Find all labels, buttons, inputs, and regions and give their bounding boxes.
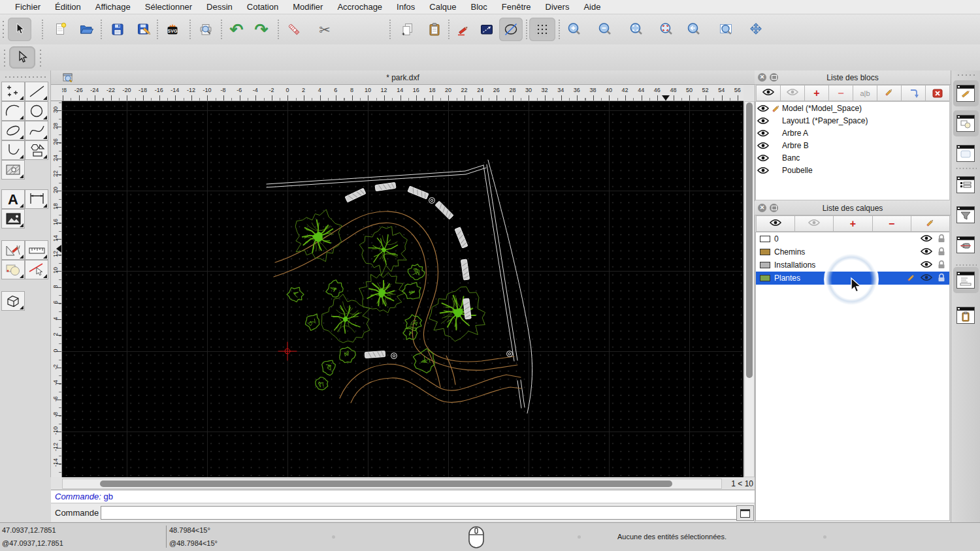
svg-export-button[interactable]: SVG	[161, 18, 184, 41]
remove-block-button[interactable]: −	[828, 85, 853, 101]
draft-mode-button[interactable]	[499, 18, 523, 41]
dock-filter-toggle[interactable]	[956, 206, 975, 223]
tool-line-button[interactable]	[25, 82, 48, 101]
dock-blocks-toggle[interactable]	[956, 85, 975, 102]
eye-icon[interactable]	[756, 104, 770, 112]
menu-bloc[interactable]: Bloc	[463, 2, 494, 12]
toolbar-drag-handle[interactable]	[39, 48, 42, 67]
layer-visibility-icon[interactable]	[921, 260, 932, 270]
layer-lock-icon[interactable]	[938, 260, 945, 271]
blocks-panel-float-button[interactable]	[770, 73, 778, 82]
tool-ellipse-button[interactable]	[1, 121, 25, 140]
document-titlebar[interactable]: * park.dxf	[51, 71, 755, 85]
layer-color-swatch[interactable]	[760, 236, 770, 242]
eye-icon[interactable]	[756, 129, 770, 137]
zoom-auto-button[interactable]	[625, 18, 648, 41]
tool-dimension-button[interactable]	[25, 189, 48, 209]
layers-show-all-button[interactable]	[756, 215, 795, 232]
eye-icon[interactable]	[756, 142, 770, 150]
menu-edition[interactable]: Édition	[48, 2, 88, 12]
layer-visibility-icon[interactable]	[921, 234, 932, 244]
blocks-hide-all-button[interactable]	[780, 85, 805, 101]
layer-visibility-icon[interactable]	[921, 247, 932, 257]
layer-row-installations[interactable]: Installations	[756, 259, 949, 272]
tool-spline-button[interactable]	[25, 121, 48, 140]
palette-drag-handle[interactable]	[4, 76, 47, 78]
dock-entity-list-toggle[interactable]	[956, 176, 975, 193]
tool-overlap-button[interactable]	[1, 260, 25, 279]
restriction-button[interactable]	[475, 18, 498, 41]
delete-button[interactable]	[282, 18, 306, 41]
menu-aide[interactable]: Aide	[576, 2, 608, 12]
tool-points-button[interactable]	[1, 82, 25, 101]
menu-cotation[interactable]: Cotation	[240, 2, 286, 12]
paste-button[interactable]	[423, 18, 446, 41]
tool-hatch-button[interactable]	[1, 160, 25, 180]
cut-button[interactable]: ✂	[313, 18, 336, 41]
edit-block-button[interactable]	[877, 85, 902, 101]
vertical-scrollbar-thumb[interactable]	[746, 102, 753, 378]
layers-panel-close-button[interactable]: ✕	[758, 204, 766, 212]
command-options-button[interactable]	[736, 505, 754, 521]
vertical-scrollbar[interactable]	[744, 101, 755, 477]
dock-drag-handle[interactable]	[956, 74, 975, 76]
eye-icon[interactable]	[756, 166, 770, 174]
tool-text-button[interactable]: A	[1, 189, 25, 209]
zoom-previous-button[interactable]	[682, 18, 706, 41]
menu-divers[interactable]: Divers	[538, 2, 577, 12]
tool-polyline-button[interactable]	[1, 140, 25, 160]
zoom-pan-button[interactable]	[744, 18, 768, 41]
menu-dessin[interactable]: Dessin	[199, 2, 240, 12]
layer-color-swatch[interactable]	[760, 275, 770, 281]
tool-circle-button[interactable]	[25, 101, 48, 121]
block-list-item[interactable]: Arbre B	[756, 139, 949, 151]
layer-lock-icon[interactable]	[938, 273, 945, 284]
zoom-in-button[interactable]	[563, 18, 586, 41]
save-as-button[interactable]	[132, 18, 155, 41]
layer-color-swatch[interactable]	[760, 249, 770, 255]
rename-block-button[interactable]: a|b	[853, 85, 877, 101]
save-button[interactable]	[106, 18, 129, 41]
pen-button[interactable]	[451, 18, 475, 41]
block-list-item[interactable]: Layout1 (*Paper_Space)	[756, 114, 949, 127]
tool-image-button[interactable]	[1, 209, 25, 228]
blocks-panel-close-button[interactable]: ✕	[758, 73, 766, 82]
dock-clipboard-toggle[interactable]	[956, 307, 975, 324]
toolbar-drag-handle[interactable]	[3, 48, 6, 67]
menu-infos[interactable]: Infos	[389, 2, 422, 12]
block-list-item[interactable]: Banc	[756, 151, 949, 164]
add-block-button[interactable]: +	[804, 85, 829, 101]
undo-button[interactable]: ↶	[225, 18, 248, 41]
tool-solid3d-button[interactable]	[1, 291, 25, 311]
copy-button[interactable]	[396, 18, 419, 41]
tool-arc-button[interactable]	[1, 101, 25, 121]
menu-accrochage[interactable]: Accrochage	[330, 2, 389, 12]
layers-panel-float-button[interactable]	[770, 204, 778, 212]
open-file-button[interactable]	[74, 18, 98, 41]
zoom-redraw-button[interactable]	[655, 18, 678, 41]
block-list-item[interactable]: Arbre A	[756, 127, 949, 139]
dock-library-toggle[interactable]	[956, 115, 975, 132]
menu-calque[interactable]: Calque	[422, 2, 463, 12]
edit-layer-button[interactable]	[911, 215, 950, 232]
delete-block-button[interactable]	[925, 85, 950, 101]
dock-command-toggle[interactable]	[956, 272, 975, 289]
drawing-canvas[interactable]	[62, 101, 743, 477]
toolbar-drag-handle[interactable]	[2, 20, 5, 39]
print-preview-button[interactable]	[194, 18, 218, 41]
dock-pen-palette-toggle[interactable]	[956, 236, 975, 253]
menu-affichage[interactable]: Affichage	[88, 2, 138, 12]
add-layer-button[interactable]: +	[833, 215, 872, 232]
insert-block-button[interactable]	[901, 85, 926, 101]
tool-measure-button[interactable]	[25, 240, 48, 260]
select-button[interactable]	[8, 18, 31, 41]
menu-fenetre[interactable]: Fenêtre	[495, 2, 538, 12]
new-file-button[interactable]	[49, 18, 73, 41]
block-list-item[interactable]: Model (*Model_Space)	[756, 102, 949, 114]
redo-button[interactable]: ↷	[250, 18, 273, 41]
block-list-item[interactable]: Poubelle	[756, 164, 949, 176]
eye-icon[interactable]	[756, 154, 770, 162]
eye-icon[interactable]	[756, 117, 770, 125]
layer-color-swatch[interactable]	[760, 262, 770, 268]
zoom-window-button[interactable]	[714, 18, 738, 41]
